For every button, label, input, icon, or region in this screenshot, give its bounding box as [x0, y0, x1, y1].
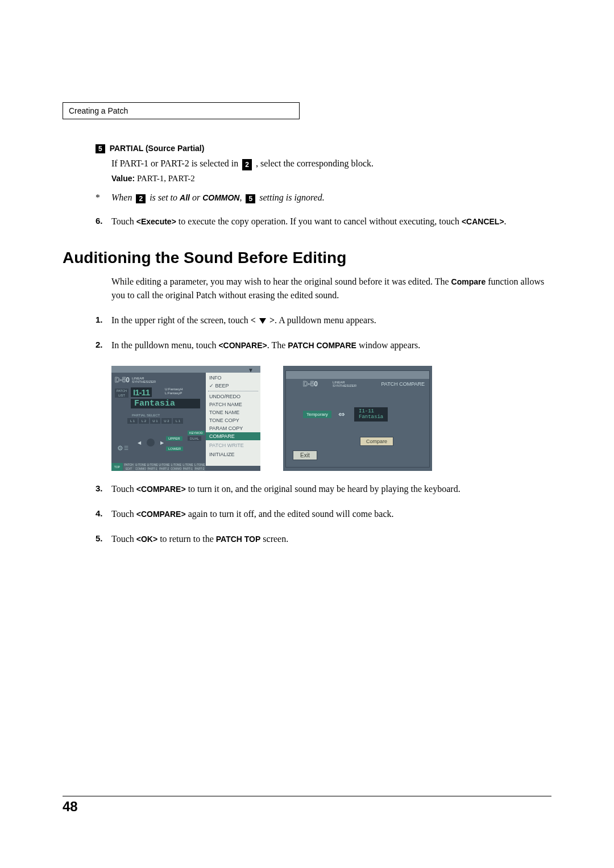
all: All: [180, 193, 190, 202]
t: .: [504, 216, 507, 226]
patch-top-label: PATCH TOP: [216, 535, 261, 544]
t: is set to: [150, 193, 180, 202]
list-icon: ☰: [124, 445, 128, 451]
joystick-icon: ◀ ▶: [142, 437, 159, 450]
logo-subtitle: LINEARSYNTHESIZER: [333, 381, 356, 387]
step-num: 2.: [96, 339, 111, 352]
t: ,: [239, 193, 244, 202]
compare-target: I1-11Fantasia: [354, 407, 388, 422]
tab-top: TOP: [111, 463, 123, 471]
menu-patchname: PATCH NAME: [206, 400, 260, 408]
step-body: In the upper right of the screen, touch …: [111, 314, 551, 327]
section-heading: Auditioning the Sound Before Editing: [63, 249, 551, 267]
menu-info: INFO: [206, 374, 260, 382]
menu-patchwrite: PATCH WRITE: [206, 440, 260, 450]
patch-compare-label: PATCH COMPARE: [288, 341, 356, 350]
step-body: Touch <COMPARE> to turn it on, and the o…: [111, 482, 551, 496]
asterisk: *: [96, 193, 109, 203]
menu-tonename: TONE NAME: [206, 408, 260, 416]
t: While editing a parameter, you may wish …: [111, 277, 451, 286]
t: screen.: [260, 534, 288, 544]
menu-tonecopy: TONE COPY: [206, 416, 260, 424]
joy-circle-icon: [147, 439, 155, 446]
partial-title: PARTIAL (Source Partial): [110, 144, 205, 153]
patch-number: I1-11: [131, 387, 152, 397]
menu-compare-highlight: COMPARE: [206, 432, 260, 440]
step-num: 6.: [96, 215, 111, 228]
value-label: Value:: [111, 174, 135, 183]
execute-label: <Execute>: [136, 217, 176, 226]
footnote: * When 2 is set to All or COMMON, 5 sett…: [96, 193, 551, 203]
step-3: 3. Touch <COMPARE> to turn it on, and th…: [96, 482, 551, 496]
patch-list-button: PATCH LIST: [115, 389, 128, 398]
menu-sep: [208, 391, 258, 391]
compare-label: <COMPARE>: [136, 510, 186, 519]
text: , select the corresponding block.: [256, 158, 374, 168]
pulldown-menu: INFO BEEP UNDO/REDO PATCH NAME TONE NAME…: [206, 373, 260, 466]
partial-btn: L 2: [139, 418, 149, 424]
t: to return to the: [157, 534, 216, 544]
compare-button: Compare: [360, 437, 393, 446]
page-number: 48: [63, 796, 551, 815]
t: to turn it on, and the original sound ma…: [186, 484, 460, 494]
window-frame: D-50 LINEARSYNTHESIZER PATCH COMPARE Tem…: [285, 370, 430, 468]
d50-logo: D-50: [115, 376, 130, 384]
left-column: D-50 LINEARSYNTHESIZER PATCH LIST I1-11 …: [115, 376, 206, 384]
badge-2-note: 2: [136, 194, 146, 203]
gear-icon: ⚙: [117, 444, 123, 452]
tab: L-TONE COMMON: [171, 463, 182, 471]
t: setting is ignored.: [259, 193, 325, 202]
tab: PATCH EDIT: [123, 463, 135, 471]
step-num: 1.: [96, 314, 111, 327]
swap-arrows-icon: ⇔: [338, 410, 345, 419]
text: If PART-1 or PART-2 is selected in: [111, 158, 240, 168]
partial-btn: U 2: [161, 418, 172, 424]
step-body: In the pulldown menu, touch <CONPARE>. T…: [111, 339, 551, 352]
ok-label: <OK>: [136, 535, 157, 544]
t: Touch: [111, 509, 136, 519]
tab: L-TONE PART-1: [182, 463, 194, 471]
step-4: 4. Touch <COMPARE> again to turn it off,…: [96, 507, 551, 521]
temporary-button: Temporary: [303, 411, 331, 418]
step-6: 6. Touch <Execute> to execute the copy o…: [96, 215, 551, 228]
exit-button: Exit: [293, 450, 317, 460]
right-arrow-icon: ▶: [160, 440, 164, 445]
gt: >: [267, 315, 275, 325]
t: Touch: [111, 216, 136, 226]
step-body: Touch <COMPARE> again to turn it off, an…: [111, 507, 551, 521]
partial-desc: If PART-1 or PART-2 is selected in 2 , s…: [111, 157, 551, 170]
screenshot-patch-compare: D-50 LINEARSYNTHESIZER PATCH COMPARE Tem…: [283, 366, 432, 471]
tab: U-TONE COMMON: [135, 463, 147, 471]
figure-row: ▼ D-50 LINEARSYNTHESIZER PATCH LIST I1-1…: [111, 366, 551, 471]
value-text: PART-1, PART-2: [135, 174, 195, 183]
menu-initialize: INITIALIZE: [206, 450, 260, 458]
tab: U-TONE PART-1: [147, 463, 159, 471]
tab: U-TONE PART-2: [159, 463, 171, 471]
bottom-tabs: TOP PATCH EDIT U-TONE COMMON U-TONE PART…: [111, 463, 206, 471]
manual-page: Creating a Patch 5 PARTIAL (Source Parti…: [63, 102, 551, 815]
screenshot-patch-top: ▼ D-50 LINEARSYNTHESIZER PATCH LIST I1-1…: [111, 366, 260, 471]
t: When: [111, 193, 134, 202]
t: or: [192, 193, 202, 202]
t: In the upper right of the screen, touch: [111, 315, 251, 325]
badge-2-inline: 2: [242, 159, 252, 170]
figure-topbar: [111, 366, 260, 373]
down-triangle-icon: [259, 318, 266, 324]
logo-subtitle: LINEARSYNTHESIZER: [132, 377, 156, 383]
step-1: 1. In the upper right of the screen, tou…: [96, 314, 551, 327]
step-5: 5. Touch <OK> to return to the PATCH TOP…: [96, 532, 551, 546]
partial-btn: L 1: [127, 418, 138, 424]
conpare-label: <CONPARE>: [218, 341, 267, 350]
partial-buttons: L 1 L 2 U 1 U 2 L 1: [127, 418, 183, 424]
upper-btn: UPPER: [166, 436, 182, 441]
t: . The: [267, 340, 288, 350]
badge-5-note: 5: [246, 194, 255, 203]
patch-compare-title: PATCH COMPARE: [381, 381, 425, 387]
tab: L-TONE PART-2: [194, 463, 206, 471]
t: to execute the copy operation. If you wa…: [176, 216, 462, 226]
window-titlebar: [286, 371, 429, 379]
partial-btn: U 1: [150, 418, 160, 424]
partial-source-block: 5 PARTIAL (Source Partial): [96, 143, 551, 153]
step-num: 3.: [96, 482, 111, 496]
common: COMMON: [202, 193, 239, 202]
